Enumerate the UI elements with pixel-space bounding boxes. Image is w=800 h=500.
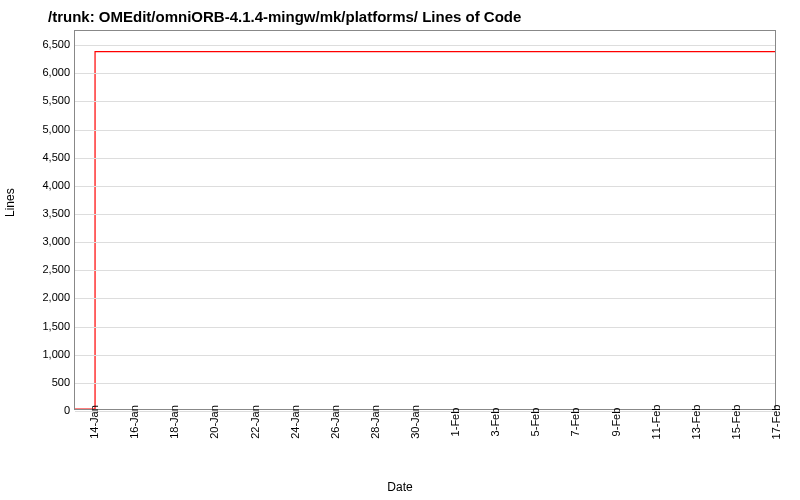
x-tick-label: 3-Feb <box>489 408 501 437</box>
chart-container: /trunk: OMEdit/omniORB-4.1.4-mingw/mk/pl… <box>0 0 800 500</box>
y-tick-label: 3,500 <box>30 207 70 219</box>
x-tick-label: 14-Jan <box>88 405 100 439</box>
gridline <box>75 298 775 299</box>
x-tick-label: 26-Jan <box>329 405 341 439</box>
x-tick-label: 9-Feb <box>610 408 622 437</box>
x-tick-label: 30-Jan <box>409 405 421 439</box>
x-tick-label: 5-Feb <box>529 408 541 437</box>
gridline <box>75 411 775 412</box>
y-tick-label: 4,500 <box>30 151 70 163</box>
y-tick-label: 3,000 <box>30 235 70 247</box>
y-tick-label: 1,000 <box>30 348 70 360</box>
x-tick-label: 24-Jan <box>289 405 301 439</box>
gridline <box>75 355 775 356</box>
x-tick-label: 17-Feb <box>770 405 782 440</box>
gridline <box>75 130 775 131</box>
gridline <box>75 242 775 243</box>
x-tick-label: 18-Jan <box>168 405 180 439</box>
y-tick-label: 6,500 <box>30 38 70 50</box>
x-tick-label: 16-Jan <box>128 405 140 439</box>
gridline <box>75 101 775 102</box>
gridline <box>75 73 775 74</box>
gridline <box>75 158 775 159</box>
y-tick-label: 500 <box>30 376 70 388</box>
y-tick-label: 0 <box>30 404 70 416</box>
x-tick-label: 11-Feb <box>650 405 662 440</box>
y-tick-label: 5,000 <box>30 123 70 135</box>
x-axis-label: Date <box>387 480 412 494</box>
y-tick-label: 2,000 <box>30 291 70 303</box>
x-tick-label: 15-Feb <box>730 405 742 440</box>
gridline <box>75 327 775 328</box>
y-tick-label: 6,000 <box>30 66 70 78</box>
gridline <box>75 186 775 187</box>
x-tick-label: 13-Feb <box>690 405 702 440</box>
gridline <box>75 270 775 271</box>
y-tick-label: 2,500 <box>30 263 70 275</box>
y-tick-label: 5,500 <box>30 94 70 106</box>
gridline <box>75 214 775 215</box>
x-tick-label: 7-Feb <box>569 408 581 437</box>
x-tick-label: 1-Feb <box>449 408 461 437</box>
y-tick-label: 1,500 <box>30 320 70 332</box>
gridline <box>75 383 775 384</box>
y-tick-label: 4,000 <box>30 179 70 191</box>
x-tick-label: 22-Jan <box>249 405 261 439</box>
data-line <box>75 31 775 409</box>
y-axis-label: Lines <box>3 188 17 217</box>
chart-title: /trunk: OMEdit/omniORB-4.1.4-mingw/mk/pl… <box>0 0 800 29</box>
x-tick-label: 28-Jan <box>369 405 381 439</box>
x-tick-label: 20-Jan <box>208 405 220 439</box>
plot-area <box>74 30 776 410</box>
gridline <box>75 45 775 46</box>
